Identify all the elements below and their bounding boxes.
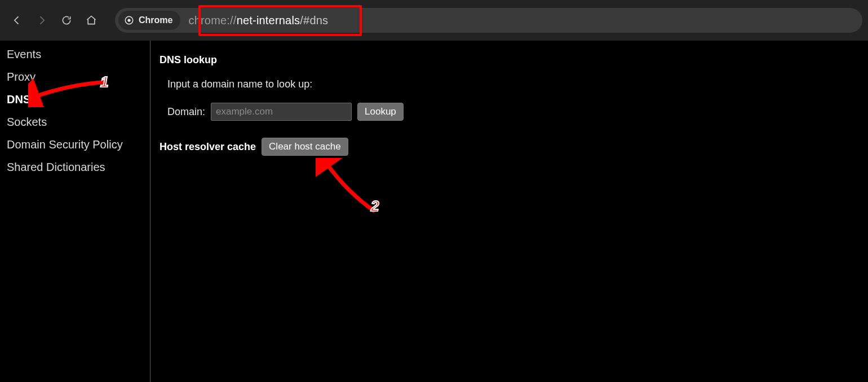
clear-host-cache-button[interactable]: Clear host cache — [262, 138, 348, 156]
svg-point-1 — [127, 19, 130, 21]
reload-button[interactable] — [55, 9, 78, 32]
reload-icon — [61, 15, 72, 26]
host-resolver-cache-row: Host resolver cache Clear host cache — [160, 138, 859, 156]
home-icon — [86, 15, 97, 26]
sidebar-item-events[interactable]: Events — [0, 43, 150, 65]
sidebar: Events Proxy DNS Sockets Domain Security… — [0, 41, 150, 382]
sidebar-item-label: Sockets — [7, 116, 47, 128]
dns-lookup-form: Domain: Lookup — [167, 103, 859, 121]
url-host: net-internals — [237, 14, 300, 27]
back-button[interactable] — [6, 9, 28, 32]
sidebar-item-label: Events — [7, 48, 41, 60]
sidebar-item-domain-security-policy[interactable]: Domain Security Policy — [0, 133, 150, 156]
chrome-logo-icon — [124, 15, 134, 25]
sidebar-item-sockets[interactable]: Sockets — [0, 111, 150, 133]
app-body: Events Proxy DNS Sockets Domain Security… — [0, 41, 868, 382]
dns-lookup-heading: DNS lookup — [160, 54, 859, 66]
sidebar-item-proxy[interactable]: Proxy — [0, 65, 150, 88]
sidebar-item-shared-dictionaries[interactable]: Shared Dictionaries — [0, 156, 150, 178]
origin-chip[interactable]: Chrome — [118, 11, 180, 30]
browser-toolbar: Chrome chrome://net-internals/#dns — [0, 0, 868, 41]
host-resolver-cache-heading: Host resolver cache — [160, 141, 256, 153]
origin-chip-label: Chrome — [139, 15, 172, 25]
home-button[interactable] — [80, 9, 103, 32]
sidebar-item-label: DNS — [7, 93, 30, 106]
url-scheme: chrome:// — [188, 14, 236, 27]
lookup-button[interactable]: Lookup — [357, 103, 404, 121]
arrow-left-icon — [11, 15, 23, 26]
address-bar[interactable]: Chrome chrome://net-internals/#dns — [115, 8, 862, 33]
domain-input[interactable] — [211, 103, 352, 121]
sidebar-item-dns[interactable]: DNS — [0, 88, 150, 111]
sidebar-item-label: Domain Security Policy — [7, 138, 123, 151]
main-content: DNS lookup Input a domain name to look u… — [150, 41, 868, 382]
url-text: chrome://net-internals/#dns — [188, 14, 328, 27]
dns-lookup-helper: Input a domain name to look up: — [167, 78, 859, 90]
domain-field-label: Domain: — [167, 106, 205, 118]
url-path: /#dns — [300, 14, 328, 27]
sidebar-item-label: Shared Dictionaries — [7, 161, 105, 173]
sidebar-item-label: Proxy — [7, 71, 36, 83]
forward-button[interactable] — [30, 9, 53, 32]
arrow-right-icon — [36, 15, 47, 26]
